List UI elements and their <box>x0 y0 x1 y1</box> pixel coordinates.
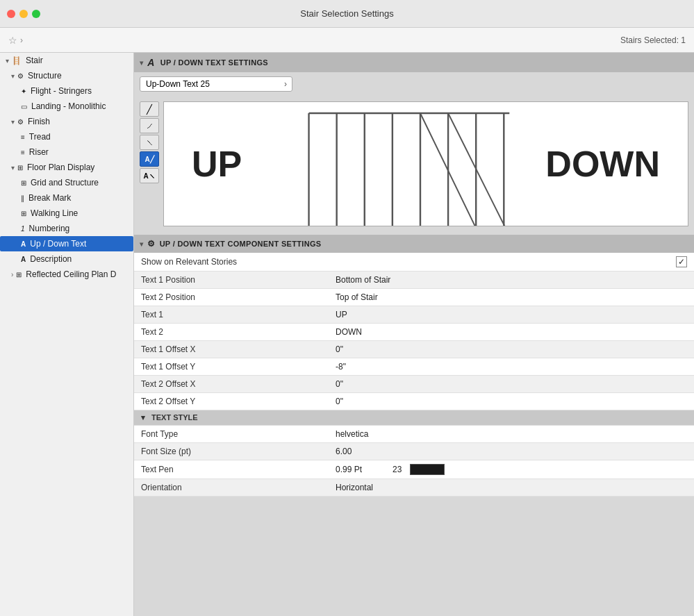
tool-backslash[interactable]: ⟍ <box>140 135 159 150</box>
preview-canvas: UP DOWN <box>163 101 688 226</box>
setting-value: Bottom of Stair <box>329 272 694 289</box>
setting-label: Text Pen <box>134 460 329 479</box>
sidebar-item-grid-label: Grid and Structure <box>31 178 99 188</box>
tool-a-slash[interactable]: A╱ <box>140 151 159 167</box>
section2-chevron[interactable]: ▾ <box>140 240 143 248</box>
table-row: Text 1 UP <box>134 306 694 324</box>
grid-icon: ⊞ <box>21 179 26 187</box>
toolbar: ☆ › Stairs Selected: 1 <box>0 28 694 53</box>
setting-value: 6.00 <box>329 443 694 460</box>
sidebar-item-walking-line[interactable]: ⊞ Walking Line <box>0 206 133 221</box>
section1-chevron[interactable]: ▾ <box>140 59 143 67</box>
table-row: Text Pen 0.99 Pt 23 <box>134 460 694 479</box>
text-style-group-row: ▾ TEXT STYLE <box>134 410 694 426</box>
pen-color-swatch <box>410 464 445 475</box>
table-row: Font Type helvetica <box>134 426 694 443</box>
sidebar-item-up-down-text[interactable]: A Up / Down Text <box>0 236 133 251</box>
finish-expand-icon: ▾ <box>11 118 15 126</box>
setting-label: Text 2 Offset Y <box>134 393 329 410</box>
setting-value: 0.99 Pt 23 <box>329 460 694 479</box>
sidebar-item-break-mark[interactable]: ∥ Break Mark <box>0 190 133 206</box>
table-row: Font Size (pt) 6.00 <box>134 443 694 460</box>
tool-a-backslash[interactable]: A⟍ <box>140 168 159 183</box>
sidebar-item-riser-label: Riser <box>29 147 49 157</box>
sidebar-item-floor-plan-label: Floor Plan Display <box>27 163 94 172</box>
dropdown-row: Up-Down Text 25 <box>134 72 694 96</box>
numbering-icon: 1 <box>21 225 25 233</box>
sidebar-item-numbering[interactable]: 1 Numbering <box>0 221 133 236</box>
floor-plan-icon: ⊞ <box>17 164 23 172</box>
setting-value: DOWN <box>329 324 694 341</box>
sidebar-item-reflected-ceiling[interactable]: › ⊞ Reflected Ceiling Plan D <box>0 267 133 282</box>
setting-value: UP <box>329 306 694 324</box>
setting-value: 0" <box>329 341 694 358</box>
setting-label: Text 1 Position <box>134 272 329 289</box>
component-settings-header: ▾ ⚙ UP / DOWN TEXT COMPONENT SETTINGS <box>134 235 694 253</box>
preview-area: ╱ ⟋ ⟍ A╱ A⟍ <box>134 96 694 232</box>
close-button[interactable] <box>7 10 15 18</box>
description-icon: A <box>21 256 26 263</box>
sidebar-item-landing-monolithic[interactable]: ▭ Landing - Monolithic <box>0 99 133 114</box>
table-row: Text 1 Position Bottom of Stair <box>134 272 694 289</box>
text-style-chevron[interactable]: ▾ <box>141 413 145 422</box>
setting-value: ✓ <box>329 253 694 272</box>
table-row: Text 1 Offset Y -8" <box>134 358 694 376</box>
tool-slash[interactable]: ╱ <box>140 101 159 117</box>
sidebar-item-landing-label: Landing - Monolithic <box>31 101 106 111</box>
preview-down-text: DOWN <box>545 143 660 185</box>
sidebar-item-tread[interactable]: ≡ Tread <box>0 129 133 144</box>
tool-slash2[interactable]: ⟋ <box>140 118 159 133</box>
stair-expand-icon: ▾ <box>6 57 9 65</box>
sidebar-item-structure[interactable]: ▾ ⚙ Structure <box>0 68 133 83</box>
maximize-button[interactable] <box>32 10 40 18</box>
floor-plan-expand-icon: ▾ <box>11 164 15 172</box>
sidebar-item-riser[interactable]: ≡ Riser <box>0 144 133 160</box>
sidebar-item-reflected-label: Reflected Ceiling Plan D <box>26 269 116 279</box>
setting-label: Show on Relevant Stories <box>134 253 329 272</box>
minimize-button[interactable] <box>19 10 28 18</box>
section1-text-icon: A <box>147 57 154 68</box>
finish-icon: ⚙ <box>17 118 24 126</box>
sidebar-item-break-label: Break Mark <box>28 193 71 203</box>
setting-value: helvetica <box>329 426 694 443</box>
sidebar-item-walking-label: Walking Line <box>31 208 78 218</box>
stair-tree-icon: 🪜 <box>12 56 22 65</box>
sidebar-item-numbering-label: Numbering <box>29 224 70 233</box>
break-icon: ∥ <box>21 194 24 202</box>
up-down-icon: A <box>21 240 26 248</box>
sidebar-item-floor-plan-display[interactable]: ▾ ⊞ Floor Plan Display <box>0 160 133 175</box>
sidebar-item-finish[interactable]: ▾ ⚙ Finish <box>0 114 133 129</box>
pen-bar: 0.99 Pt 23 <box>336 464 445 475</box>
stairs-selected-label: Stairs Selected: 1 <box>620 35 686 45</box>
sidebar-item-flight-stringers[interactable]: ✦ Flight - Stringers <box>0 83 133 99</box>
up-down-text-dropdown[interactable]: Up-Down Text 25 <box>140 76 292 92</box>
up-down-text-settings-header: ▾ A UP / DOWN TEXT SETTINGS <box>134 53 694 72</box>
preview-up-text: UP <box>192 143 242 185</box>
sidebar-item-description[interactable]: A Description <box>0 251 133 267</box>
sidebar-item-grid-structure[interactable]: ⊞ Grid and Structure <box>0 175 133 190</box>
section2-icon: ⚙ <box>147 239 155 249</box>
window-title: Stair Selection Settings <box>300 8 393 19</box>
setting-label: Text 2 <box>134 324 329 341</box>
sidebar-item-stair[interactable]: ▾ 🪜 Stair <box>0 53 133 68</box>
table-row: Show on Relevant Stories ✓ <box>134 253 694 272</box>
show-relevant-checkbox[interactable]: ✓ <box>676 256 687 267</box>
main-layout: ▾ 🪜 Stair ▾ ⚙ Structure ✦ Flight - Strin… <box>0 53 694 616</box>
forward-icon[interactable]: › <box>20 35 23 45</box>
table-row: Text 1 Offset X 0" <box>134 341 694 358</box>
section1-title: UP / DOWN TEXT SETTINGS <box>160 58 268 67</box>
table-row: Text 2 Offset X 0" <box>134 376 694 393</box>
setting-value: -8" <box>329 358 694 376</box>
toolbar-left: ☆ › <box>8 35 23 46</box>
table-row: Text 2 DOWN <box>134 324 694 341</box>
setting-value: Top of Stair <box>329 289 694 306</box>
setting-label: Text 2 Position <box>134 289 329 306</box>
sidebar-item-stair-label: Stair <box>26 56 43 65</box>
sidebar-item-up-down-label: Up / Down Text <box>30 239 86 249</box>
structure-icon: ⚙ <box>17 72 24 80</box>
setting-value: 0" <box>329 393 694 410</box>
landing-icon: ▭ <box>21 103 27 110</box>
table-row: Orientation Horizontal <box>134 479 694 497</box>
sidebar: ▾ 🪜 Stair ▾ ⚙ Structure ✦ Flight - Strin… <box>0 53 134 616</box>
favorite-icon[interactable]: ☆ <box>8 35 17 46</box>
